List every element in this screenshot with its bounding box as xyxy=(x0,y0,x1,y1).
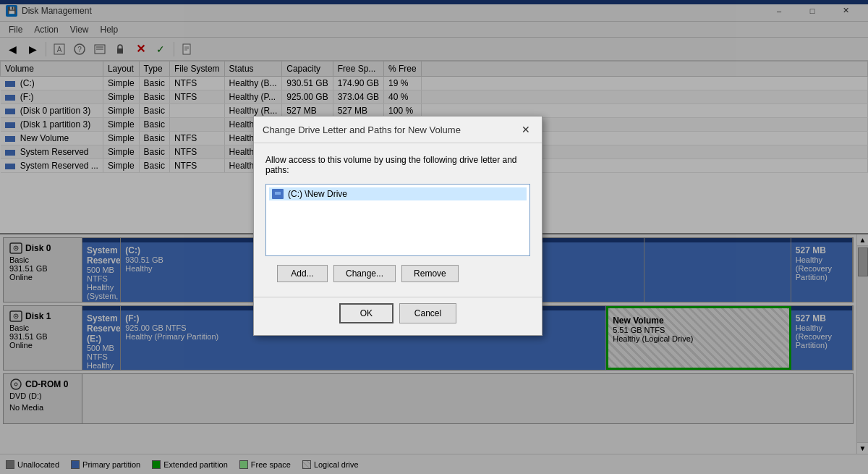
dialog-ok-cancel-area: OK Cancel xyxy=(254,297,542,335)
svg-text:A: A xyxy=(57,46,62,54)
disk1-partition-newvol[interactable]: New Volume 5.51 GB NTFS Healthy (Logical… xyxy=(606,306,791,370)
cell-layout: Simple xyxy=(103,159,139,173)
legend-free-box xyxy=(239,460,248,469)
cell-extra xyxy=(421,90,867,104)
toolbar-action1[interactable]: A xyxy=(50,40,69,59)
toolbar-delete[interactable]: ✕ xyxy=(131,40,150,59)
cell-capacity: 930.51 GB xyxy=(282,77,333,90)
disk-icon xyxy=(9,242,22,254)
part-info2: Healthy (Logical Drive) xyxy=(613,334,785,343)
dialog-title-text: Change Drive Letter and Paths for New Vo… xyxy=(263,124,461,135)
part-info1: 5.51 GB NTFS xyxy=(613,326,785,334)
cell-layout: Simple xyxy=(103,118,139,132)
disk1-status: Online xyxy=(9,341,76,350)
scroll-down[interactable]: ▼ xyxy=(857,442,869,454)
disk0-partition-sysreserved[interactable]: System Reserved 500 MB NTFS Healthy (Sys… xyxy=(82,238,121,302)
minimize-button[interactable]: – xyxy=(762,0,796,22)
cell-fs xyxy=(169,118,224,132)
menu-file[interactable]: File xyxy=(3,23,28,36)
legend-logical: Logical drive xyxy=(302,460,359,469)
disk1-size: 931.51 GB xyxy=(9,332,76,341)
cell-volume: (Disk 0 partition 3) xyxy=(1,104,103,118)
dialog-body: Allow access to this volume by using the… xyxy=(254,143,542,297)
part-name: 527 MB xyxy=(796,313,848,323)
dialog-list-item-text: (C:) \New Drive xyxy=(288,189,347,199)
svg-point-14 xyxy=(15,247,17,249)
toolbar-forward[interactable]: ▶ xyxy=(23,40,42,59)
toolbar-separator-2 xyxy=(174,42,174,56)
part-name: System Reserved xyxy=(87,245,116,266)
cell-fs xyxy=(169,104,224,118)
dialog-add-button[interactable]: Add... xyxy=(277,265,328,282)
cell-layout: Simple xyxy=(103,132,139,145)
dialog-remove-button[interactable]: Remove xyxy=(401,265,459,282)
cell-type: Basic xyxy=(139,132,169,145)
window-controls: – □ ✕ xyxy=(762,0,862,22)
legend-primary: Primary partition xyxy=(71,460,140,469)
disk0-partition-empty[interactable] xyxy=(644,238,791,302)
app-icon: 💾 xyxy=(6,5,17,17)
col-status[interactable]: Status xyxy=(224,62,282,77)
col-pct[interactable]: % Free xyxy=(384,62,422,77)
dialog-listbox[interactable]: (C:) \New Drive xyxy=(265,184,530,256)
col-fs[interactable]: File System xyxy=(169,62,224,77)
toolbar-lock[interactable] xyxy=(111,40,129,59)
part-name: 527 MB xyxy=(796,245,848,255)
disk1-partition-sysreserved[interactable]: System Reserved (E:) 500 MB NTFS Healthy… xyxy=(82,306,121,370)
table-row[interactable]: (F:) Simple Basic NTFS Healthy (P... 925… xyxy=(1,90,868,104)
svg-rect-21 xyxy=(275,192,281,195)
dialog-close-button[interactable]: ✕ xyxy=(519,122,533,137)
menu-help[interactable]: Help xyxy=(95,23,124,36)
toolbar-doc[interactable] xyxy=(178,40,197,59)
cell-volume: System Reserved xyxy=(1,145,103,159)
cell-fs: NTFS xyxy=(169,145,224,159)
cell-type: Basic xyxy=(139,104,169,118)
cell-extra xyxy=(421,77,867,90)
cdrom-name: CD-ROM 0 xyxy=(25,379,68,389)
cell-volume: (Disk 1 partition 3) xyxy=(1,118,103,132)
cdrom-status: No Media xyxy=(9,403,76,412)
legend-unalloc-label: Unallocated xyxy=(17,460,59,469)
part-name: New Volume xyxy=(613,316,785,326)
toolbar-help[interactable]: ? xyxy=(70,40,89,59)
cell-pct: 40 % xyxy=(384,90,422,104)
menu-bar: File Action View Help xyxy=(0,22,868,38)
dialog-ok-button[interactable]: OK xyxy=(339,303,393,323)
legend-extended-label: Extended partition xyxy=(163,460,228,469)
legend-extended-box xyxy=(152,460,161,469)
menu-view[interactable]: View xyxy=(64,23,95,36)
cell-fs: NTFS xyxy=(169,90,224,104)
dialog-cancel-button[interactable]: Cancel xyxy=(399,303,456,323)
cell-volume: System Reserved ... xyxy=(1,159,103,173)
dialog-change-button[interactable]: Change... xyxy=(333,265,396,282)
legend-unalloc: Unallocated xyxy=(6,460,59,469)
svg-text:?: ? xyxy=(77,46,82,54)
col-volume[interactable]: Volume xyxy=(1,62,103,77)
dialog-description: Allow access to this volume by using the… xyxy=(265,155,530,175)
toolbar-separator-1 xyxy=(46,42,46,56)
maximize-button[interactable]: □ xyxy=(796,0,829,22)
toolbar-check[interactable]: ✓ xyxy=(151,40,170,59)
disk0-partition-recovery[interactable]: 527 MB Healthy (Recovery Partition) xyxy=(791,238,853,302)
disk1-partition-recovery[interactable]: 527 MB Healthy (Recovery Partition) xyxy=(791,306,853,370)
right-scrollbar[interactable]: ▲ ▼ xyxy=(856,234,868,454)
cdrom0-row: CD-ROM 0 DVD (D:) No Media xyxy=(3,373,854,424)
toolbar-back[interactable]: ◀ xyxy=(3,40,22,59)
col-layout[interactable]: Layout xyxy=(103,62,139,77)
scroll-up[interactable]: ▲ xyxy=(857,234,869,246)
legend-logical-label: Logical drive xyxy=(314,460,359,469)
table-row[interactable]: (C:) Simple Basic NTFS Healthy (B... 930… xyxy=(1,77,868,90)
disk1-icon xyxy=(9,310,22,322)
dialog-list-item[interactable]: (C:) \New Drive xyxy=(269,187,527,200)
toolbar-properties[interactable] xyxy=(90,40,109,59)
cell-volume: New Volume xyxy=(1,132,103,145)
close-button[interactable]: ✕ xyxy=(829,0,862,22)
col-free[interactable]: Free Sp... xyxy=(333,62,383,77)
col-capacity[interactable]: Capacity xyxy=(282,62,333,77)
cdrom0-label: CD-ROM 0 DVD (D:) No Media xyxy=(3,373,82,424)
cell-free: 373.04 GB xyxy=(333,90,383,104)
scroll-thumb[interactable] xyxy=(858,247,868,276)
menu-action[interactable]: Action xyxy=(28,23,64,36)
disk1-name: Disk 1 xyxy=(25,311,51,321)
col-type[interactable]: Type xyxy=(139,62,169,77)
